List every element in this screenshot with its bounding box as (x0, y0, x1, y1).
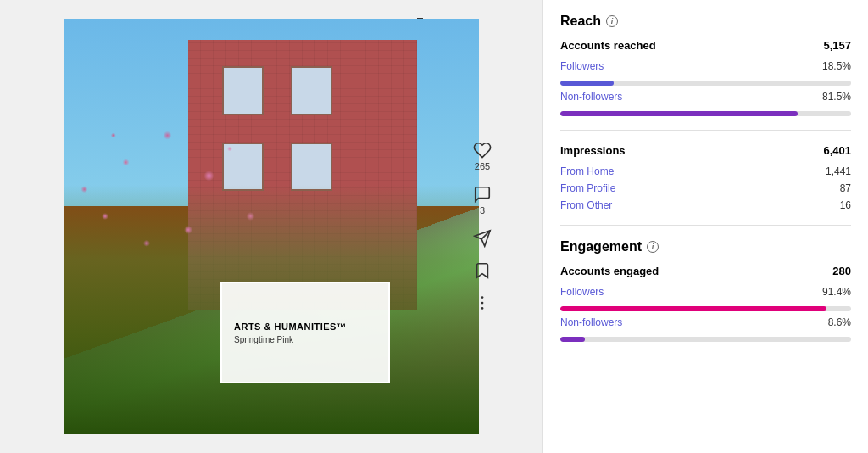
engagement-info-icon[interactable]: i (647, 241, 659, 253)
reach-followers-label: Followers (560, 60, 604, 72)
eng-nonfollowers-pct: 8.6% (828, 316, 851, 328)
engagement-section: Engagement i Accounts engaged 280 Follow… (560, 239, 851, 342)
reach-section: Reach i Accounts reached 5,157 Followers… (560, 14, 851, 116)
accounts-reached-value: 5,157 (823, 39, 851, 52)
from-home-label: From Home (560, 165, 614, 177)
eng-followers-fill (560, 306, 826, 311)
action-buttons: 265 3 (473, 141, 492, 312)
from-profile-value: 87 (840, 182, 851, 194)
reach-nonfollowers-pct: 81.5% (822, 91, 851, 103)
impressions-section: Impressions 6,401 From Home 1,441 From P… (560, 144, 851, 211)
bookmark-button[interactable] (473, 261, 492, 280)
eng-followers-bar (560, 306, 851, 311)
from-home-row: From Home 1,441 (560, 165, 851, 177)
from-other-row: From Other 16 (560, 199, 851, 211)
like-button[interactable]: 265 (473, 141, 492, 171)
like-count: 265 (475, 161, 490, 171)
accounts-engaged-row: Accounts engaged 280 (560, 265, 851, 277)
from-profile-label: From Profile (560, 182, 615, 194)
reach-nonfollowers-bar (560, 111, 851, 116)
eng-nonfollowers-row: Non-followers 8.6% (560, 316, 851, 328)
impressions-label: Impressions (560, 144, 626, 157)
from-home-value: 1,441 (826, 165, 851, 177)
reach-followers-row: Followers 18.5% (560, 60, 851, 72)
accounts-reached-row: Accounts reached 5,157 (560, 39, 851, 52)
eng-followers-row: Followers 91.4% (560, 286, 851, 298)
post-label-overlay: ARTS & HUMANITIES™ Springtime Pink (220, 282, 390, 383)
reach-nonfollowers-label: Non-followers (560, 91, 622, 103)
reach-nonfollowers-row: Non-followers 81.5% (560, 91, 851, 103)
divider-2 (560, 225, 851, 226)
comment-count: 3 (480, 205, 485, 215)
more-button[interactable] (473, 294, 492, 312)
from-profile-row: From Profile 87 (560, 182, 851, 194)
eng-followers-pct: 91.4% (822, 286, 851, 298)
engagement-title: Engagement i (560, 239, 851, 254)
accounts-engaged-value: 280 (832, 265, 851, 277)
reach-title: Reach i (560, 14, 851, 29)
svg-point-6 (481, 307, 484, 310)
from-other-value: 16 (840, 199, 851, 211)
post-image: ARTS & HUMANITIES™ Springtime Pink (64, 19, 479, 434)
eng-nonfollowers-bar (560, 337, 851, 342)
post-preview-panel: ARTS & HUMANITIES™ Springtime Pink 265 3 (0, 0, 542, 453)
reach-followers-bar (560, 81, 851, 86)
accounts-engaged-label: Accounts engaged (560, 265, 659, 277)
eng-nonfollowers-fill (560, 337, 585, 342)
reach-followers-pct: 18.5% (822, 60, 851, 72)
post-title: ARTS & HUMANITIES™ (234, 322, 376, 332)
share-button[interactable] (473, 229, 492, 248)
impressions-value: 6,401 (823, 144, 851, 157)
comment-button[interactable]: 3 (473, 185, 492, 215)
post-subtitle: Springtime Pink (234, 335, 376, 344)
accounts-reached-label: Accounts reached (560, 39, 656, 52)
from-other-label: From Other (560, 199, 612, 211)
divider-1 (560, 130, 851, 131)
svg-point-5 (481, 302, 484, 305)
svg-point-4 (481, 296, 484, 299)
reach-followers-fill (560, 81, 614, 86)
analytics-panel: Reach i Accounts reached 5,157 Followers… (542, 0, 868, 453)
reach-info-icon[interactable]: i (606, 15, 618, 27)
eng-nonfollowers-label: Non-followers (560, 316, 622, 328)
reach-nonfollowers-fill (560, 111, 798, 116)
eng-followers-label: Followers (560, 286, 604, 298)
impressions-row: Impressions 6,401 (560, 144, 851, 157)
